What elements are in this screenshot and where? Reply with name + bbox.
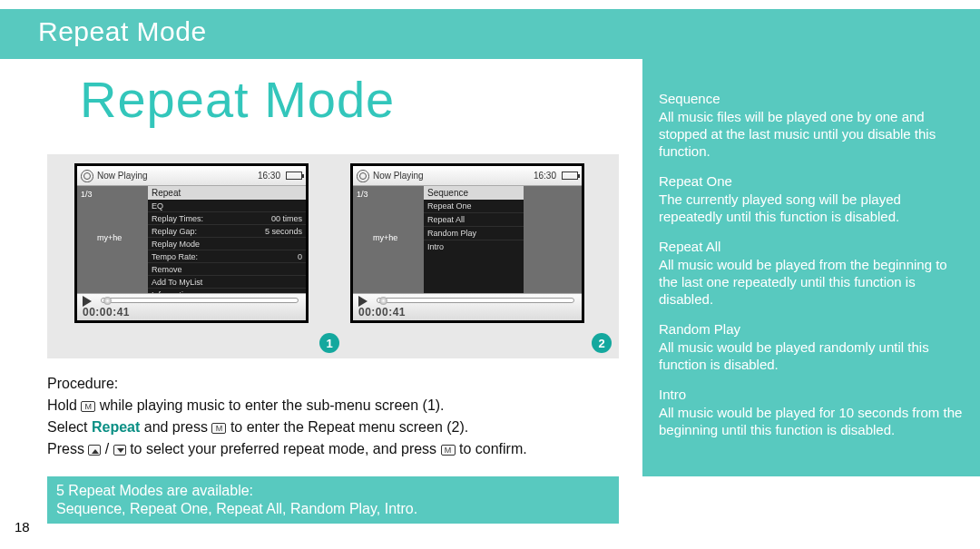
mode-sequence: Sequence All music files will be played …: [659, 90, 964, 160]
mode-title: Repeat One: [659, 172, 964, 190]
clock-value: 16:30: [258, 171, 280, 181]
callout-badge-1: 1: [319, 333, 339, 353]
menu-item: EQ: [152, 201, 163, 211]
menu-item: Remove: [152, 265, 182, 274]
mode-body: All music files will be played one by on…: [659, 108, 964, 160]
up-button-icon: [88, 445, 101, 456]
menu-item: Intro: [424, 240, 524, 253]
mode-intro: Intro All music would be played for 10 s…: [659, 386, 964, 438]
menu-item: Random Play: [424, 227, 524, 240]
mode-body: All music would be played for 10 seconds…: [659, 404, 964, 438]
page-number: 18: [15, 519, 30, 534]
m-button-icon: M: [81, 401, 95, 412]
menu-item: Replay Mode: [152, 240, 200, 249]
track-index: 1/3: [81, 190, 93, 199]
mode-repeat-one: Repeat One The currently played song wil…: [659, 172, 964, 225]
procedure-step-1: Hold M while playing music to enter the …: [47, 396, 628, 416]
repeat-keyword: Repeat: [92, 419, 140, 435]
mode-body: All music would be played randomly until…: [659, 338, 964, 373]
screenshots-panel: Now Playing 16:30 1/3 my+he Repeat EQ Re…: [47, 154, 619, 358]
track-index: 1/3: [357, 190, 368, 199]
modes-description-panel: Sequence All music files will be played …: [642, 59, 980, 476]
track-artist: my+he: [97, 233, 122, 242]
menu-item: Tempo Rate:: [152, 252, 198, 261]
m-button-icon: M: [211, 423, 226, 434]
now-playing-label: Now Playing: [373, 171, 424, 181]
modes-summary-bar: 5 Repeat Modes are available: Sequence, …: [47, 476, 619, 524]
menu-item: Replay Times:: [152, 214, 203, 223]
screenshot-1: Now Playing 16:30 1/3 my+he Repeat EQ Re…: [74, 163, 309, 323]
mode-title: Intro: [659, 386, 964, 403]
page-title: Repeat Mode: [80, 70, 395, 129]
down-button-icon: [113, 445, 126, 456]
progress-bar: [101, 298, 299, 303]
modes-summary-line1: 5 Repeat Modes are available:: [56, 482, 610, 500]
submenu-title: Repeat: [148, 186, 306, 200]
mode-random-play: Random Play All music would be played ra…: [659, 320, 964, 373]
battery-icon: [286, 172, 302, 180]
header-title: Repeat Mode: [0, 9, 980, 47]
callout-badge-2: 2: [592, 333, 612, 353]
menu-item: Repeat One: [424, 200, 524, 213]
track-artist: my+he: [373, 233, 397, 242]
mode-body: All music would be played from the begin…: [659, 256, 964, 308]
mode-body: The currently played song will be played…: [659, 191, 964, 225]
procedure-heading: Procedure:: [47, 374, 628, 394]
battery-icon: [562, 172, 578, 180]
procedure-step-3: Press / to select your preferred repeat …: [47, 439, 628, 459]
m-button-icon: M: [441, 445, 456, 456]
mode-title: Random Play: [659, 320, 964, 338]
progress-bar: [377, 298, 574, 303]
procedure-block: Procedure: Hold M while playing music to…: [47, 372, 628, 461]
headphones-icon: [81, 170, 93, 182]
menu-item: Replay Gap:: [152, 227, 197, 236]
screenshot-2: Now Playing 16:30 1/3 my+he Sequence Rep…: [350, 163, 584, 323]
repeat-menu-panel: Sequence Repeat One Repeat All Random Pl…: [424, 186, 524, 293]
mode-title: Sequence: [659, 90, 964, 107]
menu-item: Repeat All: [424, 213, 524, 227]
procedure-step-2: Select Repeat and press M to enter the R…: [47, 417, 628, 437]
mode-repeat-all: Repeat All All music would be played fro…: [659, 238, 964, 308]
elapsed-time: 00:00:41: [358, 306, 406, 319]
mode-title: Repeat All: [659, 238, 964, 255]
now-playing-label: Now Playing: [97, 171, 148, 181]
modes-summary-line2: Sequence, Repeat One, Repeat All, Random…: [56, 500, 610, 518]
menu-item: Add To MyList: [152, 278, 202, 287]
repeat-menu-title: Sequence: [424, 186, 524, 200]
header-band: Repeat Mode: [0, 9, 980, 59]
submenu-panel: Repeat EQ Replay Times:00 times Replay G…: [148, 186, 306, 293]
elapsed-time: 00:00:41: [83, 306, 130, 319]
clock-value: 16:30: [534, 171, 556, 181]
headphones-icon: [357, 170, 369, 182]
